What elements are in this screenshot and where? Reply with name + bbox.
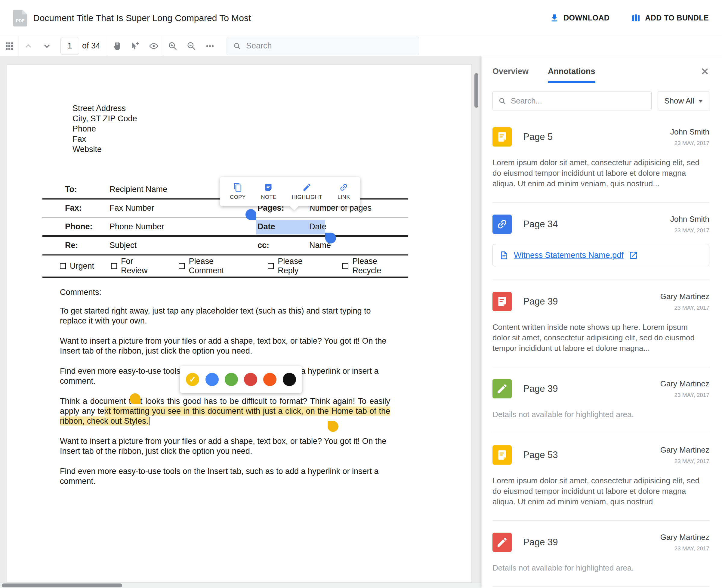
- annotations-search-box[interactable]: [492, 91, 652, 110]
- search-icon: [233, 42, 241, 50]
- close-panel-button[interactable]: [700, 67, 709, 77]
- annotation-item[interactable]: Page 34 John Smith 23 MAY, 2017 Witness …: [492, 203, 709, 280]
- document-viewer[interactable]: Street AddressCity, ST ZIP CodePhoneFaxW…: [0, 56, 481, 588]
- checkbox-label: Please Recycle: [352, 257, 408, 275]
- note-icon: [496, 131, 508, 143]
- checkbox-label: Please Comment: [189, 257, 251, 275]
- link-label: LINK: [338, 194, 350, 201]
- color-swatch[interactable]: [283, 373, 296, 386]
- annotation-page: Page 39: [523, 383, 558, 394]
- document-page: Street AddressCity, ST ZIP CodePhoneFaxW…: [7, 64, 472, 583]
- fax-field-row: Phone: Phone Number Date Date: [42, 218, 408, 237]
- field-value: Subject: [109, 241, 257, 250]
- link-button[interactable]: LINK: [338, 183, 350, 201]
- pan-tool-button[interactable]: [107, 36, 126, 56]
- horizontal-scrollbar[interactable]: [0, 583, 481, 588]
- document-paragraph: Think a document that looks this good ha…: [60, 396, 390, 426]
- color-swatch[interactable]: [263, 373, 276, 386]
- note-label: NOTE: [261, 194, 277, 201]
- annotation-item[interactable]: Page 39 Gary Martinez 23 MAY, 2017 Conte…: [492, 280, 709, 367]
- color-swatch[interactable]: [244, 373, 257, 386]
- checkbox-label: Please Reply: [278, 257, 325, 275]
- annotation-body: Details not available for highlighted ar…: [492, 409, 704, 420]
- checkbox-option: Please Recycle: [342, 257, 408, 275]
- copy-label: COPY: [230, 194, 246, 201]
- annotation-body: Lorem ipsum dolor sit amet, consectetur …: [492, 476, 704, 507]
- search-icon: [498, 97, 506, 105]
- header: PDF Document Title That Is Super Long Co…: [0, 0, 722, 36]
- page-title: Document Title That Is Super Long Compar…: [33, 13, 251, 23]
- link-icon: [339, 183, 348, 192]
- more-options-button[interactable]: [201, 36, 219, 56]
- annotation-item[interactable]: Page 39 Gary Martinez 23 MAY, 2017 Detai…: [492, 367, 709, 433]
- annotation-meta: Gary Martinez 23 MAY, 2017: [660, 292, 709, 311]
- annotation-file-link[interactable]: Witness Statements Name.pdf: [492, 244, 709, 266]
- color-swatch[interactable]: [206, 373, 219, 386]
- annotation-date: 23 MAY, 2017: [660, 545, 709, 552]
- highlight-end-handle[interactable]: [327, 421, 338, 432]
- address-block: Street AddressCity, ST ZIP CodePhoneFaxW…: [72, 103, 137, 154]
- field-value: Name: [309, 241, 408, 250]
- annotation-type-icon: [492, 445, 512, 465]
- chevron-up-icon: [23, 41, 33, 51]
- annotation-author: John Smith: [670, 127, 709, 136]
- address-line: Street Address: [72, 103, 137, 113]
- field-value: Date: [309, 222, 408, 231]
- annotations-search-input[interactable]: [511, 96, 646, 106]
- checkbox[interactable]: [342, 263, 348, 269]
- checkbox[interactable]: [268, 263, 274, 269]
- vertical-scrollbar-thumb[interactable]: [474, 73, 478, 108]
- paragraph-text: To get started right away, just tap any …: [60, 306, 371, 325]
- color-swatch[interactable]: ✓: [186, 373, 199, 386]
- copy-button[interactable]: COPY: [230, 183, 246, 201]
- address-line: City, ST ZIP Code: [72, 113, 137, 124]
- show-all-dropdown[interactable]: Show All: [658, 91, 709, 110]
- document-search-box[interactable]: [227, 37, 419, 55]
- document-search-input[interactable]: [246, 41, 413, 50]
- page-number-input[interactable]: [61, 38, 79, 55]
- chevron-down-icon: [42, 41, 52, 51]
- checkbox[interactable]: [111, 263, 117, 269]
- highlight-color-picker: ✓: [180, 366, 302, 393]
- select-tool-button[interactable]: [126, 36, 144, 56]
- annotation-type-icon: [492, 379, 512, 398]
- previous-page-button[interactable]: [19, 36, 38, 56]
- thumbnail-grid-button[interactable]: [0, 36, 19, 56]
- selection-start-handle[interactable]: [246, 209, 256, 220]
- document-icon: [500, 251, 509, 260]
- annotation-item[interactable]: Page 53 Gary Martinez 23 MAY, 2017 Lorem…: [492, 433, 709, 521]
- document-viewer-app: PDF Document Title That Is Super Long Co…: [0, 0, 722, 588]
- highlighted-text[interactable]: xt formatting you see in this document w…: [60, 406, 390, 425]
- checkbox[interactable]: [179, 263, 185, 269]
- checkbox-label: Urgent: [70, 261, 94, 271]
- annotation-body: Content written inside note shows up her…: [492, 322, 704, 354]
- highlighter-icon: [496, 383, 508, 395]
- note-button[interactable]: NOTE: [261, 183, 277, 201]
- add-to-bundle-button[interactable]: ADD TO BUNDLE: [631, 13, 709, 23]
- paragraph-text: Want to insert a picture from your files…: [60, 336, 387, 355]
- highlight-start-handle[interactable]: [130, 393, 141, 404]
- paragraph-text: Find even more easy-to-use tools on the …: [60, 467, 379, 486]
- selection-end-handle[interactable]: [325, 233, 336, 244]
- view-mode-button[interactable]: [144, 36, 163, 56]
- highlight-button[interactable]: HIGHLIGHT: [292, 183, 322, 201]
- document-paragraph: Want to insert a picture from your files…: [60, 436, 390, 456]
- download-label: DOWNLOAD: [564, 14, 610, 22]
- annotation-page: Page 5: [523, 131, 553, 142]
- panel-tabs: Overview Annotations: [492, 67, 709, 83]
- annotation-item[interactable]: Page 5 John Smith 23 MAY, 2017 Lorem ips…: [492, 115, 709, 203]
- annotation-body: Lorem ipsum dolor sit amet, consectetur …: [492, 158, 704, 189]
- next-page-button[interactable]: [38, 36, 56, 56]
- tab-annotations[interactable]: Annotations: [548, 67, 595, 83]
- color-swatch[interactable]: [225, 373, 238, 386]
- checkbox[interactable]: [60, 263, 66, 269]
- horizontal-scrollbar-thumb[interactable]: [2, 584, 122, 587]
- zoom-in-button[interactable]: [163, 36, 182, 56]
- tab-overview[interactable]: Overview: [492, 67, 529, 81]
- zoom-out-button[interactable]: [182, 36, 201, 56]
- grid-icon: [4, 41, 14, 51]
- checkbox-option: Urgent: [60, 261, 94, 271]
- annotations-list: Page 5 John Smith 23 MAY, 2017 Lorem ips…: [482, 110, 722, 587]
- download-button[interactable]: DOWNLOAD: [550, 13, 610, 23]
- annotation-item[interactable]: Page 39 Gary Martinez 23 MAY, 2017 Detai…: [492, 521, 709, 587]
